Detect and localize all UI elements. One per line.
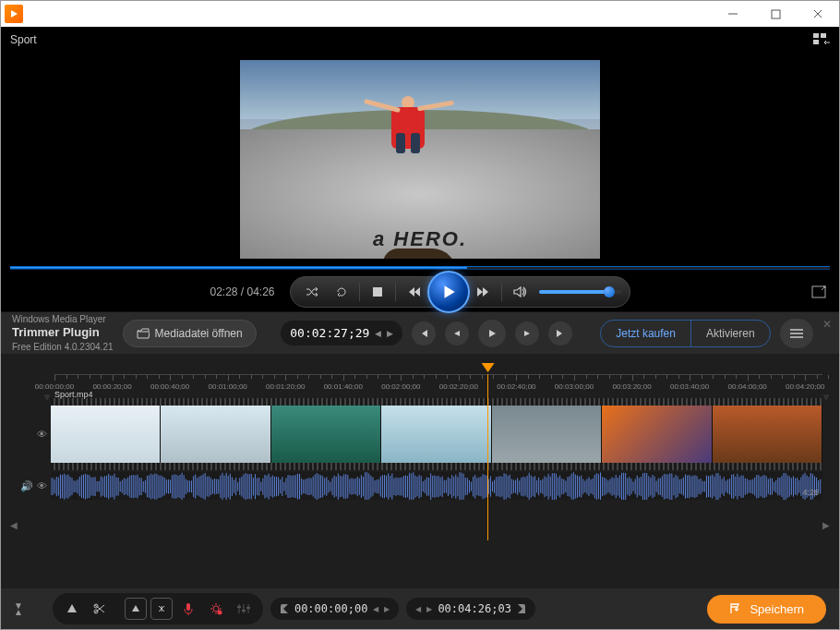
repeat-button[interactable] [328,280,355,304]
svg-point-14 [217,611,222,615]
timeline-scroll-right[interactable]: ▶ [822,520,830,533]
next-track-button[interactable] [470,280,498,304]
ruler-label: 00:02:40;00 [497,382,535,391]
switch-layout-icon[interactable] [813,33,830,46]
levels-icon[interactable] [232,597,256,621]
play-button[interactable] [427,271,470,313]
audio-visibility-icon[interactable]: 👁 [37,480,47,492]
step-back-button[interactable] [412,321,436,345]
clip-start-handle[interactable]: ▼ [42,391,53,404]
bottom-toolbar: ▼▲ 00:00:00;00 ◀ ▶ ◀ ▶ 00:04:26;03 Speic… [1,588,839,629]
fullscreen-button[interactable] [811,285,826,298]
progress-bar[interactable] [10,266,830,270]
out-step-right[interactable]: ▶ [426,605,432,613]
step-forward-button[interactable] [548,321,572,345]
timeline: 00:00:00;0000:00:20;0000:00:40;0000:01:0… [1,354,839,588]
open-media-button[interactable]: Mediadatei öffnen [123,320,257,347]
svg-rect-4 [813,40,819,44]
marker-tool-icon[interactable] [60,597,84,621]
time-display: 02:28 / 04:26 [210,285,274,298]
open-media-label: Mediadatei öffnen [155,327,243,340]
in-point-icon[interactable] [280,603,289,614]
ruler-label: 00:00:40;00 [150,382,189,391]
timecode-display: 00:02:27;29 ◀ ▶ [281,321,402,345]
time-ruler[interactable]: 00:00:00;0000:00:20;0000:00:40;0000:01:0… [54,374,822,383]
timeline-scroll-left[interactable]: ◀ [10,520,18,533]
collapse-toggle[interactable]: ▼▲ [14,602,23,615]
duration-label: 4:26 [802,488,819,497]
svg-rect-3 [821,33,826,38]
save-button[interactable]: Speichern [707,595,826,624]
audio-track[interactable]: 4:26 [51,472,822,500]
playhead-marker[interactable] [482,361,495,374]
media-title: Sport [10,33,813,46]
filter-out-icon[interactable] [150,598,173,620]
svg-rect-1 [772,10,780,18]
timecode-step-left[interactable]: ◀ [375,329,381,338]
buy-button[interactable]: Jetzt kaufen [601,321,691,346]
media-header: Sport [1,27,839,53]
out-point-icon[interactable] [517,603,526,614]
clip-name-label: Sport.mp4 [54,390,93,399]
video-track[interactable]: ▼ ▼ Sport.mp4 [51,398,822,470]
out-step-left[interactable]: ◀ [415,605,421,613]
window-minimize-button[interactable] [712,1,754,27]
ruler-label: 00:03:40;00 [670,382,709,391]
plugin-close-button[interactable]: ✕ [822,318,832,331]
svg-point-13 [213,606,219,612]
volume-slider[interactable] [539,290,622,294]
window-close-button[interactable] [797,1,839,27]
svg-rect-20 [246,607,250,609]
ruler-label: 00:01:40;00 [324,382,363,391]
hero-text: a HERO. [373,227,467,251]
video-visibility-icon[interactable]: 👁 [37,429,47,440]
ruler-label: 00:02:20;00 [439,382,478,391]
shuffle-button[interactable] [298,280,326,304]
svg-rect-2 [813,33,819,38]
filter-in-icon[interactable] [125,598,147,620]
current-timecode: 00:02:27;29 [290,326,369,340]
prev-track-button[interactable] [400,280,427,304]
cut-tool-icon[interactable] [88,597,112,621]
svg-rect-12 [186,603,190,611]
ruler-label: 00:02:00;00 [381,382,420,391]
plugin-edition: Free Edition 4.0.2304.21 [12,341,114,353]
purchase-actions: Jetzt kaufen Aktivieren [600,320,770,347]
plugin-header: ✕ Windows Media Player Trimmer Plugin Fr… [1,311,839,354]
playhead-line [487,374,488,540]
video-preview: a HERO. 02:28 / 04:26 [1,53,839,311]
out-timecode: 00:04:26;03 [438,602,510,615]
ruler-label: 00:00:20;00 [92,382,131,391]
window-maximize-button[interactable] [754,1,797,27]
stop-button[interactable] [364,280,391,304]
frame-back-button[interactable] [445,321,469,345]
activate-button[interactable]: Aktivieren [691,321,770,346]
app-icon [5,5,23,23]
svg-rect-5 [373,287,382,297]
settings-gear-icon[interactable] [204,597,228,621]
in-step-right[interactable]: ▶ [384,605,390,613]
ruler-label: 00:01:00;00 [209,382,247,391]
plugin-info: Windows Media Player Trimmer Plugin Free… [12,313,114,353]
clip-end-handle[interactable]: ▼ [821,391,832,404]
plugin-play-button[interactable] [478,320,506,347]
video-frame[interactable]: a HERO. [240,60,600,259]
ruler-label: 00:04:00;00 [728,382,767,391]
plugin-name: Trimmer Plugin [12,325,114,341]
menu-button[interactable] [780,319,813,348]
ruler-label: 00:01:20;00 [266,382,305,391]
waveform [51,472,822,500]
frame-forward-button[interactable] [515,321,539,345]
player-control-bar [290,276,630,308]
svg-rect-18 [237,606,241,608]
timecode-step-right[interactable]: ▶ [387,329,393,338]
in-timecode: 00:00:00;00 [294,602,367,615]
mute-button[interactable] [506,280,534,304]
audio-mute-icon[interactable]: 🔊 [20,480,33,492]
record-icon[interactable] [176,597,200,621]
in-point-box: 00:00:00;00 ◀ ▶ [270,598,399,620]
out-point-box: ◀ ▶ 00:04:26;03 [406,598,534,620]
svg-rect-19 [242,610,246,612]
in-step-left[interactable]: ◀ [373,605,378,613]
progress-fill [10,267,467,269]
